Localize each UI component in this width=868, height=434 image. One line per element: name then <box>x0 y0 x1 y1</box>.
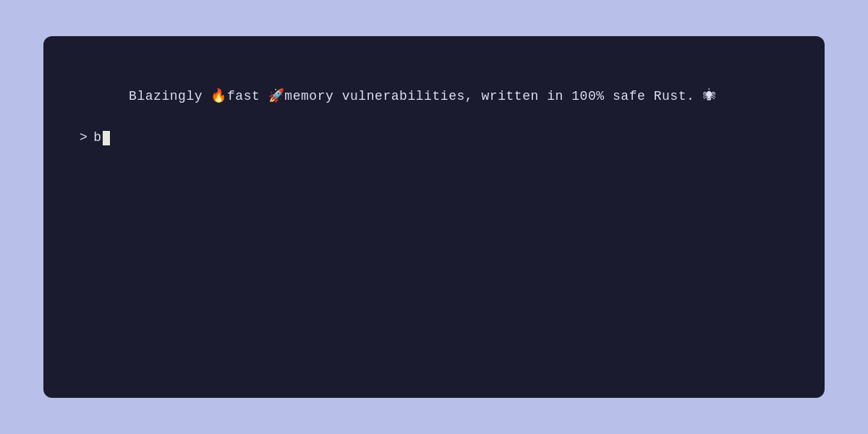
rocket-emoji-icon: 🚀 <box>268 89 285 103</box>
output-line-1: Blazingly 🔥fast 🚀memory vulnerabilities,… <box>80 65 788 127</box>
terminal-window: Blazingly 🔥fast 🚀memory vulnerabilities,… <box>43 36 825 398</box>
prompt-line[interactable]: > b <box>80 127 788 148</box>
prompt-symbol: > <box>80 127 88 148</box>
output-text-prefix: Blazingly <box>129 89 210 103</box>
fire-emoji-icon: 🔥 <box>210 89 227 103</box>
terminal-content: Blazingly 🔥fast 🚀memory vulnerabilities,… <box>80 65 788 148</box>
spider-emoji-icon: 🕷 <box>703 89 717 103</box>
terminal-cursor <box>103 131 110 145</box>
output-text-fast: fast <box>227 89 268 103</box>
output-text-middle: memory vulnerabilities, written in 100% … <box>284 89 702 103</box>
typed-input: b <box>93 127 101 148</box>
